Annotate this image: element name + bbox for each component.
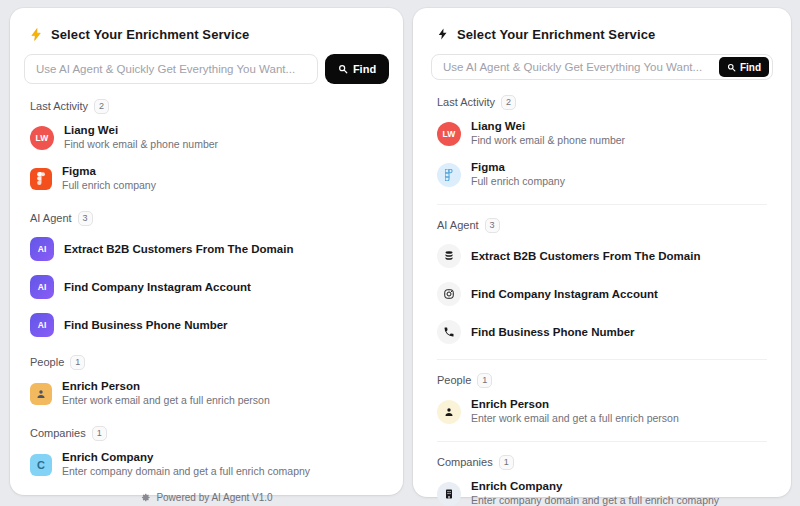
search-bar: Find <box>431 54 773 80</box>
list-item-enrich-person[interactable]: Enrich Person Enter work email and get a… <box>431 394 773 429</box>
item-title: Enrich Person <box>62 379 270 393</box>
section-header-ai-agent: AI Agent 3 <box>30 210 383 226</box>
section-count-badge: 1 <box>92 426 107 441</box>
list-item-extract-b2b[interactable]: Extract B2B Customers From The Domain <box>431 241 773 271</box>
list-item-find-phone[interactable]: Find Business Phone Number <box>431 317 773 347</box>
find-button-label: Find <box>740 62 761 73</box>
section-header-people: People 1 <box>437 359 767 388</box>
search-input[interactable] <box>24 54 318 84</box>
panel-header: Select Your Enrichment Service <box>437 26 767 42</box>
section-label: Last Activity <box>437 96 495 108</box>
item-title: Find Company Instagram Account <box>471 287 658 301</box>
list-item-find-instagram[interactable]: AI Find Company Instagram Account <box>24 272 389 302</box>
item-title: Figma <box>471 160 565 174</box>
section-header-last-activity: Last Activity 2 <box>30 98 383 114</box>
item-title: Enrich Company <box>471 479 719 493</box>
item-title: Liang Wei <box>64 123 218 137</box>
item-title: Figma <box>62 164 156 178</box>
section-count-badge: 2 <box>501 95 516 110</box>
section-header-last-activity: Last Activity 2 <box>437 94 767 110</box>
item-subtitle: Find work email & phone number <box>64 138 218 152</box>
database-icon <box>437 244 461 268</box>
list-item-extract-b2b[interactable]: AI Extract B2B Customers From The Domain <box>24 234 389 264</box>
enrichment-panel-right: Select Your Enrichment Service Find Last… <box>413 8 791 497</box>
page-title: Select Your Enrichment Service <box>457 27 655 42</box>
section-label: AI Agent <box>30 212 72 224</box>
section-header-companies: Companies 1 <box>437 441 767 470</box>
instagram-icon <box>437 282 461 306</box>
section-label: Companies <box>437 456 493 468</box>
list-item-figma[interactable]: Figma Full enrich company <box>431 157 773 192</box>
powered-by-text: Powered by AI Agent V1.0 <box>156 492 272 503</box>
avatar: LW <box>437 122 461 146</box>
section-header-people: People 1 <box>30 354 383 370</box>
lightning-bolt-icon <box>30 27 43 42</box>
item-title: Liang Wei <box>471 119 625 133</box>
magnifier-icon <box>338 64 348 74</box>
page-title: Select Your Enrichment Service <box>51 27 249 42</box>
avatar: LW <box>30 126 54 150</box>
enrichment-panel-left: Select Your Enrichment Service Find Last… <box>10 8 403 495</box>
section-count-badge: 2 <box>94 99 109 114</box>
figma-logo-icon <box>30 168 52 190</box>
list-item-figma[interactable]: Figma Full enrich company <box>24 161 389 196</box>
item-subtitle: Enter company domain and get a full enri… <box>471 494 719 506</box>
list-item-enrich-company[interactable]: C Enrich Company Enter company domain an… <box>24 447 389 482</box>
phone-icon <box>437 320 461 344</box>
list-item-liang-wei[interactable]: LW Liang Wei Find work email & phone num… <box>24 120 389 155</box>
ai-badge-icon: AI <box>30 313 54 337</box>
list-item-find-phone[interactable]: AI Find Business Phone Number <box>24 310 389 340</box>
section-label: People <box>30 356 64 368</box>
list-item-enrich-company[interactable]: Enrich Company Enter company domain and … <box>431 476 773 506</box>
find-button[interactable]: Find <box>325 54 389 84</box>
lightning-bolt-icon <box>437 27 449 41</box>
section-count-badge: 3 <box>78 211 93 226</box>
item-subtitle: Enter company domain and get a full enri… <box>62 465 310 479</box>
building-icon <box>437 482 461 506</box>
search-bar: Find <box>24 54 389 84</box>
section-count-badge: 3 <box>485 218 500 233</box>
ai-badge-icon: AI <box>30 237 54 261</box>
magnifier-icon <box>727 63 736 72</box>
figma-logo-icon <box>437 163 461 187</box>
item-title: Find Company Instagram Account <box>64 280 251 294</box>
ai-badge-icon: AI <box>30 275 54 299</box>
person-icon <box>30 383 52 405</box>
letter-c-icon: C <box>30 454 52 476</box>
item-subtitle: Find work email & phone number <box>471 134 625 148</box>
powered-by-footer: Powered by AI Agent V1.0 <box>24 492 389 503</box>
gear-icon <box>140 492 151 503</box>
section-count-badge: 1 <box>477 373 492 388</box>
section-count-badge: 1 <box>70 355 85 370</box>
find-button-label: Find <box>353 63 376 75</box>
item-title: Extract B2B Customers From The Domain <box>471 249 700 263</box>
item-subtitle: Full enrich company <box>62 179 156 193</box>
item-subtitle: Enter work email and get a full enrich p… <box>471 412 679 426</box>
section-label: AI Agent <box>437 219 479 231</box>
section-header-companies: Companies 1 <box>30 425 383 441</box>
item-subtitle: Enter work email and get a full enrich p… <box>62 394 270 408</box>
list-item-find-instagram[interactable]: Find Company Instagram Account <box>431 279 773 309</box>
list-item-enrich-person[interactable]: Enrich Person Enter work email and get a… <box>24 376 389 411</box>
list-item-liang-wei[interactable]: LW Liang Wei Find work email & phone num… <box>431 116 773 151</box>
section-count-badge: 1 <box>499 455 514 470</box>
section-header-ai-agent: AI Agent 3 <box>437 204 767 233</box>
panel-header: Select Your Enrichment Service <box>30 26 383 42</box>
section-label: Companies <box>30 427 86 439</box>
find-button[interactable]: Find <box>719 57 769 77</box>
section-label: People <box>437 374 471 386</box>
item-subtitle: Full enrich company <box>471 175 565 189</box>
item-title: Enrich Person <box>471 397 679 411</box>
item-title: Extract B2B Customers From The Domain <box>64 242 293 256</box>
item-title: Find Business Phone Number <box>64 318 228 332</box>
item-title: Find Business Phone Number <box>471 325 635 339</box>
person-icon <box>437 400 461 424</box>
section-label: Last Activity <box>30 100 88 112</box>
item-title: Enrich Company <box>62 450 310 464</box>
